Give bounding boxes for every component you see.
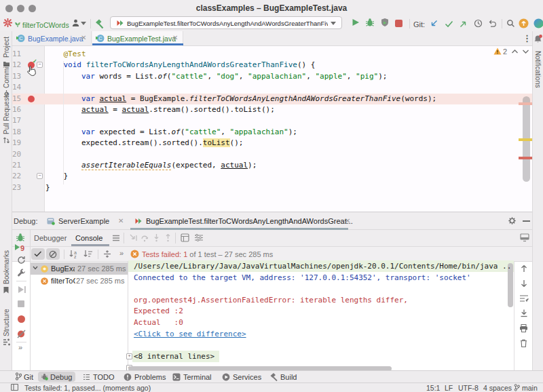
- soft-wrap-icon[interactable]: [519, 294, 529, 302]
- view-breakpoints-icon[interactable]: [181, 233, 189, 242]
- toolwindow-services[interactable]: Services: [233, 373, 261, 381]
- test-tree-row-root[interactable]: BugExampleTest 27 sec 285 ms: [31, 262, 128, 275]
- left-col-more-icon[interactable]: »: [18, 343, 22, 351]
- pull-requests-icon[interactable]: [3, 136, 10, 144]
- toolwindow-problems[interactable]: Problems: [134, 373, 166, 381]
- test-settings-wrench-icon[interactable]: [17, 268, 26, 277]
- notifications-bell-icon[interactable]: [533, 35, 542, 43]
- clear-console-icon[interactable]: [520, 339, 527, 347]
- tab-close-icon[interactable]: ✕: [345, 217, 350, 224]
- tab-options-icon[interactable]: ⋮: [523, 33, 531, 43]
- stripe-pull-requests[interactable]: Pull Requests: [3, 92, 10, 134]
- run-button[interactable]: [352, 18, 360, 26]
- up-stack-icon[interactable]: [520, 264, 528, 273]
- debug-settings-icon[interactable]: [508, 216, 517, 225]
- git-push-button[interactable]: [460, 20, 468, 28]
- scroll-to-end-icon[interactable]: [520, 309, 528, 317]
- status-branch-name[interactable]: main: [522, 384, 538, 392]
- sort-by-duration-icon[interactable]: [83, 250, 93, 258]
- prev-warning-icon[interactable]: [511, 49, 519, 54]
- stop-button[interactable]: [395, 20, 402, 27]
- breakpoint-muted-icon[interactable]: [17, 330, 26, 338]
- error-stripe-mark-pink[interactable]: [519, 102, 532, 105]
- git-update-button[interactable]: [430, 20, 438, 28]
- breakpoint-line15[interactable]: [28, 96, 35, 102]
- tree-chevron-icon[interactable]: [33, 266, 38, 270]
- stripe-notifications[interactable]: Notifications: [534, 51, 542, 87]
- fold-minus-icon[interactable]: −: [37, 62, 43, 68]
- run-widget-label[interactable]: filterToCWords: [22, 21, 69, 29]
- updates-icon[interactable]: [519, 18, 529, 28]
- debug-button[interactable]: [365, 18, 375, 27]
- tab-close-icon[interactable]: ✕: [172, 34, 178, 41]
- editor-pane[interactable]: 11121314151617181920212223 @Test void fi…: [12, 46, 532, 212]
- stripe-structure[interactable]: Structure: [3, 309, 10, 336]
- test-tree-row-test[interactable]: filterToCWordsAnyLengthAndAWordsGreaterT…: [31, 275, 128, 287]
- print-icon[interactable]: [519, 324, 528, 332]
- stripe-commit[interactable]: Commit: [3, 65, 10, 88]
- stripe-project[interactable]: Project: [3, 37, 10, 58]
- show-ignored-toggle[interactable]: [46, 248, 60, 260]
- git-commit-button[interactable]: [445, 20, 453, 28]
- fold-minus-icon-2[interactable]: −: [37, 173, 43, 179]
- build-hammer-icon[interactable]: [94, 18, 105, 29]
- more-toolbar-icon[interactable]: »: [119, 249, 124, 257]
- sort-alphabetically-icon[interactable]: az: [69, 250, 79, 258]
- run-config-chevron-icon[interactable]: [81, 22, 86, 25]
- stop-process-icon[interactable]: [18, 300, 24, 307]
- rerun-failed-icon[interactable]: 9: [14, 243, 26, 253]
- coverage-button[interactable]: [380, 18, 390, 27]
- gradient-ball-icon[interactable]: [533, 18, 543, 28]
- test-class-icon: C: [96, 34, 105, 43]
- console-fold-plus-icon[interactable]: +: [126, 353, 132, 359]
- warning-widget-icon[interactable]: [493, 47, 502, 55]
- status-encoding[interactable]: UTF-8: [458, 384, 479, 392]
- tab-close-icon[interactable]: ✕: [118, 217, 124, 224]
- rerun-icon[interactable]: [17, 256, 26, 264]
- status-message[interactable]: Tests failed: 1, passed... (moments ago): [24, 384, 151, 392]
- history-button[interactable]: [474, 19, 483, 28]
- status-branch-icon[interactable]: [514, 384, 520, 391]
- toolwindow-debug-pill[interactable]: Debug: [38, 372, 75, 382]
- toolwindow-debug: Debug: [50, 373, 72, 381]
- status-caret-position[interactable]: 15:1: [426, 384, 440, 392]
- structure-icon[interactable]: [3, 338, 10, 346]
- tab-console[interactable]: Console: [75, 234, 102, 242]
- console-settings-icon[interactable]: [194, 233, 204, 242]
- search-everywhere-button[interactable]: [506, 19, 515, 28]
- status-indent[interactable]: 4 spaces: [483, 384, 512, 392]
- tab-debugger[interactable]: Debugger: [34, 234, 67, 242]
- server-example-tab[interactable]: ServerExample ✕: [45, 212, 129, 230]
- run-config-user-icon[interactable]: [72, 19, 79, 27]
- stripe-bookmarks[interactable]: Bookmarks: [3, 250, 10, 284]
- console-line-7[interactable]: <Click to see difference>: [134, 329, 246, 340]
- window-title: classExamples – BugExampleTest.java: [0, 3, 543, 13]
- toolwindow-todo[interactable]: TODO: [93, 373, 115, 381]
- bookmarks-icon[interactable]: [3, 286, 10, 294]
- next-warning-icon[interactable]: [522, 49, 529, 54]
- editor-preview-icon[interactable]: [11, 384, 18, 391]
- resume-icon[interactable]: [18, 286, 26, 294]
- show-execution-point-icon[interactable]: [129, 233, 138, 242]
- toolwindow-git[interactable]: Git: [24, 373, 33, 381]
- show-passed-toggle[interactable]: [31, 248, 45, 260]
- console-menu-icon[interactable]: [112, 235, 120, 241]
- down-stack-icon[interactable]: [520, 279, 528, 288]
- debug-panel-label: Debug:: [14, 217, 37, 225]
- toolwindow-terminal[interactable]: Terminal: [183, 373, 212, 381]
- run-config-combo[interactable]: BugExampleTest.filterToCWordsAnyLengthAn…: [110, 16, 342, 29]
- debug-minimize-icon[interactable]: [523, 220, 530, 222]
- step-into-icon[interactable]: [152, 233, 161, 242]
- tab-bugexample[interactable]: C BugExample.java ✕: [14, 31, 92, 46]
- toolwindow-build[interactable]: Build: [280, 373, 297, 381]
- mute-breakpoints-icon[interactable]: [18, 315, 25, 323]
- step-over-icon[interactable]: [141, 233, 149, 242]
- tab-close-icon[interactable]: ✕: [81, 34, 86, 41]
- layout-settings-icon[interactable]: [520, 233, 529, 242]
- error-stripe-mark-yellow[interactable]: [519, 138, 532, 141]
- status-line-separator[interactable]: LF: [445, 384, 453, 392]
- expand-collapse-icon[interactable]: [102, 250, 112, 258]
- error-stripe-mark-red[interactable]: [519, 157, 532, 159]
- step-out-icon[interactable]: [164, 233, 172, 242]
- rollback-button[interactable]: [488, 19, 497, 28]
